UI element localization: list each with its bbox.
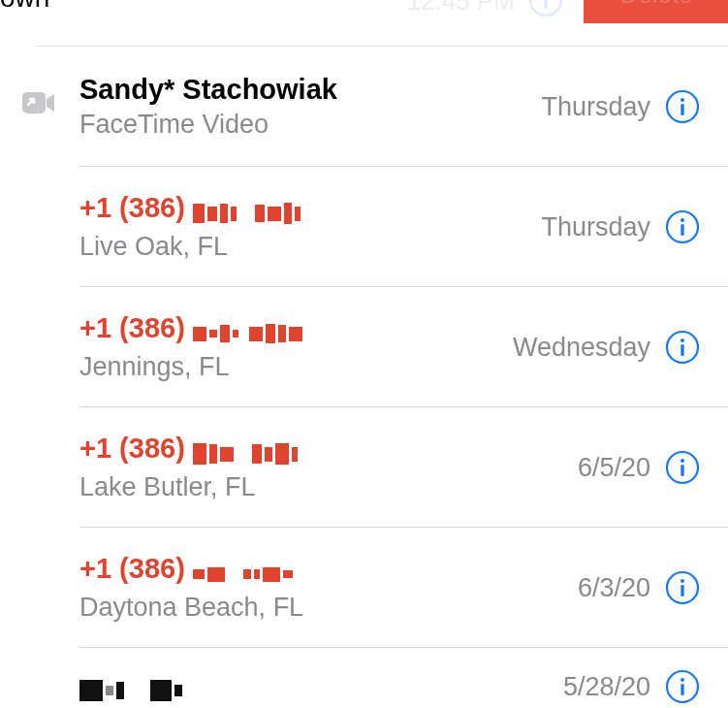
- call-secondary: Lake Butler, FL: [79, 472, 578, 502]
- facetime-outgoing-icon: [19, 89, 62, 132]
- call-row[interactable]: +1 (386) Lake Butler, FL 6/5/20: [0, 407, 728, 528]
- call-primary: +1 (386): [79, 312, 513, 348]
- call-primary: +1 (386): [79, 553, 578, 589]
- call-row[interactable]: +1 (386) Jennings, FL Wednesday: [0, 287, 728, 407]
- info-icon: [528, 0, 563, 17]
- call-primary-prefix: +1 (386): [79, 433, 185, 464]
- call-timestamp: Thursday: [541, 212, 650, 242]
- call-timestamp: 6/3/20: [578, 573, 650, 603]
- call-primary-prefix: +1 (386): [79, 312, 185, 343]
- call-right-col: 6/5/20: [578, 449, 709, 486]
- call-timestamp: Thursday: [541, 92, 650, 122]
- svg-rect-15: [681, 465, 683, 476]
- svg-point-14: [681, 459, 684, 463]
- info-button[interactable]: [664, 569, 701, 606]
- call-text-col: +1 (386) Jennings, FL: [79, 312, 513, 382]
- info-icon: [665, 570, 700, 605]
- call-row[interactable]: +1 (386) Live Oak, FL Thursday: [0, 167, 728, 287]
- prev-row-time-fragment: 12.45 PM: [407, 0, 515, 16]
- call-secondary: Live Oak, FL: [79, 232, 541, 262]
- call-text-col: +1 (386) Daytona Beach, FL: [79, 553, 578, 623]
- prev-row-name-fragment: own: [0, 0, 49, 14]
- svg-rect-21: [681, 684, 683, 695]
- call-row[interactable]: 5/28/20: [0, 648, 728, 708]
- call-timestamp: 6/5/20: [578, 453, 650, 483]
- call-primary: Sandy* Stachowiak: [79, 74, 541, 106]
- recents-call-list: own 12.45 PM Delete Sandy* Stac: [0, 0, 728, 708]
- svg-rect-12: [681, 344, 683, 356]
- svg-point-5: [681, 98, 684, 102]
- call-primary-prefix: +1 (386): [79, 553, 185, 584]
- call-text-col: [79, 668, 563, 704]
- call-secondary: FaceTime Video: [79, 110, 541, 140]
- svg-point-20: [681, 678, 684, 682]
- redacted-digits: [193, 196, 303, 228]
- call-right-col: 5/28/20: [563, 668, 709, 705]
- call-row[interactable]: Sandy* Stachowiak FaceTime Video Thursda…: [0, 47, 728, 167]
- call-row[interactable]: +1 (386) Daytona Beach, FL 6/3/20: [0, 528, 728, 648]
- svg-rect-18: [681, 585, 683, 596]
- info-button[interactable]: [664, 329, 701, 366]
- call-right-col: Thursday: [541, 209, 709, 245]
- svg-point-11: [681, 338, 684, 342]
- call-text-col: Sandy* Stachowiak FaceTime Video: [79, 74, 541, 140]
- redacted-digits: [193, 557, 296, 589]
- info-icon: [665, 330, 700, 365]
- delete-label: Delete: [619, 0, 692, 10]
- info-icon: [665, 209, 700, 244]
- call-text-col: +1 (386) Lake Butler, FL: [79, 433, 578, 502]
- info-button[interactable]: [664, 668, 701, 705]
- redacted-digits: [193, 436, 301, 468]
- top-swiped-row: own 12.45 PM Delete: [35, 0, 728, 47]
- call-timestamp: 5/28/20: [563, 672, 650, 702]
- call-primary-prefix: +1 (386): [79, 192, 185, 223]
- prev-row-info-button[interactable]: [528, 0, 563, 21]
- info-button[interactable]: [664, 449, 701, 486]
- info-icon: [665, 450, 700, 485]
- call-list: Sandy* Stachowiak FaceTime Video Thursda…: [0, 47, 728, 708]
- redacted-name: [79, 672, 185, 704]
- info-icon: [665, 669, 700, 704]
- call-right-col: Thursday: [541, 88, 709, 125]
- delete-button[interactable]: Delete: [584, 0, 728, 23]
- svg-point-8: [681, 218, 684, 222]
- info-icon: [665, 89, 700, 124]
- call-secondary: Daytona Beach, FL: [79, 593, 578, 623]
- call-right-col: 6/3/20: [578, 569, 709, 606]
- call-primary: +1 (386): [79, 192, 541, 228]
- call-text-col: +1 (386) Live Oak, FL: [79, 192, 541, 262]
- info-button[interactable]: [664, 88, 701, 125]
- svg-rect-2: [544, 0, 547, 9]
- info-button[interactable]: [664, 209, 701, 245]
- call-secondary: Jennings, FL: [79, 352, 513, 382]
- call-right-col: Wednesday: [513, 329, 709, 366]
- svg-point-17: [681, 579, 684, 583]
- call-primary: +1 (386): [79, 433, 578, 468]
- redacted-digits: [193, 316, 305, 348]
- svg-rect-6: [681, 104, 683, 115]
- svg-rect-9: [681, 224, 683, 236]
- call-primary: [79, 668, 563, 704]
- call-timestamp: Wednesday: [513, 333, 650, 363]
